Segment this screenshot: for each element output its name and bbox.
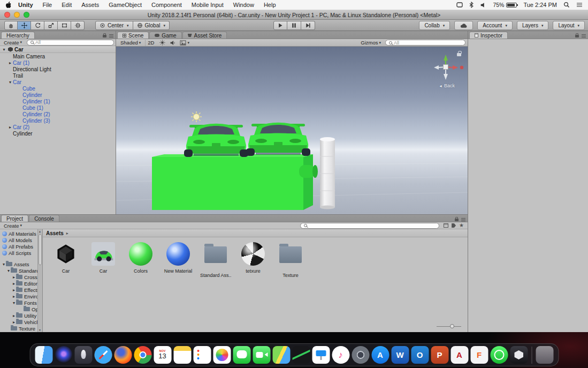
- scene-search-input[interactable]: All: [385, 40, 465, 46]
- dock-icon-appstore[interactable]: [371, 346, 389, 364]
- layers-dropdown[interactable]: Layers: [517, 21, 549, 30]
- scene-viewport[interactable]: ◄ Back: [116, 47, 468, 214]
- asset-zoom-slider[interactable]: [437, 323, 461, 329]
- shading-mode-dropdown[interactable]: Shaded: [118, 40, 143, 46]
- panel-menu-icon[interactable]: [109, 34, 113, 35]
- hierarchy-item[interactable]: Trail: [0, 72, 116, 79]
- unity-title-bar[interactable]: Unity 2018.2.14f1 Personal (64bit) - Car…: [0, 10, 588, 20]
- transform-tool-button[interactable]: [71, 21, 85, 30]
- project-folder[interactable]: Open Sans: [0, 306, 42, 312]
- notification-center-icon[interactable]: [576, 2, 583, 7]
- project-folder[interactable]: Environment: [0, 293, 42, 299]
- gizmos-dropdown[interactable]: Gizmos: [358, 40, 383, 46]
- panel-menu-icon[interactable]: [582, 34, 586, 35]
- scale-tool-button[interactable]: [44, 21, 58, 30]
- dock-icon-whatsapp[interactable]: [490, 346, 508, 364]
- spotlight-icon[interactable]: [563, 2, 570, 8]
- dock-icon-autodesk[interactable]: A: [450, 346, 468, 364]
- move-tool-button[interactable]: [18, 21, 31, 30]
- layout-dropdown[interactable]: Layout: [553, 21, 585, 30]
- pivot-rotation-button[interactable]: Global: [133, 21, 170, 30]
- play-button[interactable]: [273, 21, 287, 30]
- zoom-window-button[interactable]: [24, 12, 29, 18]
- lock-icon[interactable]: [575, 35, 579, 37]
- hierarchy-item[interactable]: Cylinder (3): [0, 117, 116, 124]
- asset-item[interactable]: Car: [50, 242, 81, 274]
- app-menu-unity[interactable]: Unity: [13, 2, 38, 8]
- hierarchy-item[interactable]: Cylinder (1): [0, 98, 116, 104]
- cloud-services-button[interactable]: [454, 21, 473, 30]
- project-folder[interactable]: CrossPlatformInput: [0, 274, 42, 280]
- menu-item-gameobject[interactable]: GameObject: [104, 2, 147, 8]
- project-folder[interactable]: Standard Assets: [0, 267, 42, 274]
- hierarchy-item[interactable]: Directional Light: [0, 66, 116, 72]
- search-by-label-icon[interactable]: [452, 223, 456, 228]
- battery-status[interactable]: 75%: [493, 2, 517, 8]
- project-folder[interactable]: Assets: [0, 261, 42, 267]
- project-search-input[interactable]: [300, 223, 439, 229]
- view-orientation-label[interactable]: ◄ Back: [439, 83, 455, 88]
- hierarchy-item[interactable]: Car (1): [0, 59, 116, 66]
- tab-hierarchy[interactable]: Hierarchy: [1, 32, 35, 39]
- rotate-tool-button[interactable]: [31, 21, 44, 30]
- menu-item-file[interactable]: File: [38, 2, 57, 8]
- pause-button[interactable]: [287, 21, 301, 30]
- project-folder[interactable]: Effects: [0, 287, 42, 293]
- project-create-button[interactable]: Create: [2, 223, 24, 229]
- breadcrumb[interactable]: Assets: [43, 229, 468, 237]
- hierarchy-create-button[interactable]: Create: [2, 40, 24, 46]
- asset-item[interactable]: Standard Ass...: [200, 242, 231, 278]
- volume-icon[interactable]: [480, 2, 486, 8]
- tree-scrollbar[interactable]: [37, 229, 42, 332]
- dock-icon-itunes[interactable]: [332, 346, 349, 364]
- dock-icon-maps[interactable]: [272, 346, 290, 364]
- menu-item-mobile-input[interactable]: Mobile Input: [187, 2, 228, 8]
- menu-item-window[interactable]: Window: [228, 2, 259, 8]
- asset-item[interactable]: tetxure: [238, 242, 269, 274]
- dock-icon-calendar[interactable]: NOV 13: [154, 346, 171, 364]
- hierarchy-search-input[interactable]: All: [27, 40, 114, 46]
- account-dropdown[interactable]: Account: [477, 21, 513, 30]
- tab-scene[interactable]: Scene: [117, 32, 149, 39]
- asset-item[interactable]: Car: [88, 242, 119, 274]
- dock-icon-facetime[interactable]: [253, 346, 270, 364]
- scene-lighting-toggle[interactable]: [158, 40, 166, 46]
- apple-menu[interactable]: [5, 2, 11, 9]
- dock-icon-photos[interactable]: [213, 346, 231, 364]
- dock-icon-stocks[interactable]: [292, 346, 310, 364]
- hierarchy-item[interactable]: Cube (1): [0, 104, 116, 111]
- project-favorite-item[interactable]: All Models: [2, 237, 42, 243]
- lock-icon[interactable]: [103, 35, 106, 37]
- pivot-mode-button[interactable]: Center: [95, 21, 133, 30]
- project-folder[interactable]: Vehicles: [0, 319, 42, 325]
- hierarchy-item[interactable]: Cylinder (2): [0, 111, 116, 117]
- scene-effects-dropdown[interactable]: [179, 40, 190, 46]
- dock-icon-powerpoint[interactable]: P: [431, 346, 448, 364]
- dock-icon-firefox[interactable]: [114, 346, 132, 364]
- dock-icon-unity[interactable]: [510, 346, 528, 364]
- dock-icon-siri[interactable]: [55, 346, 72, 364]
- dock-icon-fusion360[interactable]: F: [470, 346, 488, 364]
- project-folder[interactable]: Utility: [0, 312, 42, 319]
- project-favorite-item[interactable]: All Prefabs: [2, 243, 42, 250]
- menu-item-assets[interactable]: Assets: [77, 2, 104, 8]
- tab-asset-store[interactable]: Asset Store: [182, 32, 227, 39]
- asset-item[interactable]: Colors: [125, 242, 156, 274]
- dock-icon-reminders[interactable]: [193, 346, 211, 364]
- hand-tool-button[interactable]: [4, 21, 18, 30]
- menu-item-component[interactable]: Component: [147, 2, 187, 8]
- viewport-lock-icon[interactable]: [457, 53, 461, 56]
- menu-bar-clock[interactable]: Tue 2:24 PM: [523, 2, 557, 8]
- hierarchy-item[interactable]: Cylinder: [0, 92, 116, 98]
- scene-audio-toggle[interactable]: [169, 40, 177, 46]
- dock-icon-safari[interactable]: [94, 346, 112, 364]
- project-favorite-item[interactable]: All Scripts: [2, 250, 42, 256]
- bluetooth-icon[interactable]: [469, 2, 474, 8]
- lock-icon[interactable]: [455, 219, 459, 221]
- dock-icon-notes[interactable]: [173, 346, 191, 364]
- hierarchy-item[interactable]: Cube: [0, 85, 116, 92]
- hierarchy-item[interactable]: Car (2): [0, 124, 116, 130]
- hierarchy-scene-row[interactable]: ▾ Car: [0, 46, 116, 53]
- 2d-toggle[interactable]: 2D: [145, 40, 156, 46]
- panel-menu-icon[interactable]: [461, 218, 465, 219]
